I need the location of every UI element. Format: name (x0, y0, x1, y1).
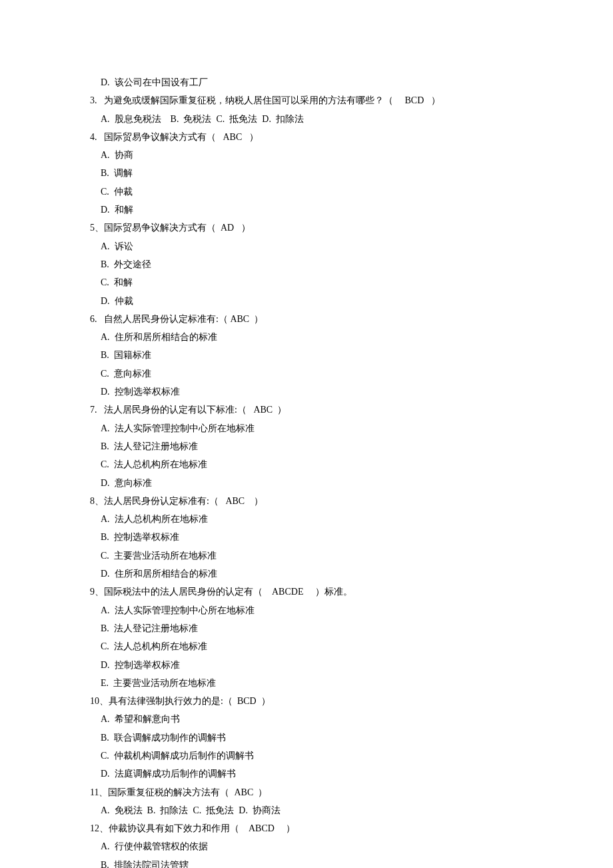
text-line: 12、仲裁协议具有如下效力和作用（ ABCD ） (90, 819, 526, 837)
text-line: A. 法人实际管理控制中心所在地标准 (90, 419, 526, 437)
text-line: C. 意向标准 (90, 365, 526, 383)
text-line: 9、国际税法中的法人居民身份的认定有（ ABCDE ）标准。 (90, 583, 526, 601)
text-line: B. 外交途径 (90, 255, 526, 273)
text-line: 10、具有法律强制执行效力的是:（ BCD ） (90, 692, 526, 710)
text-line: A. 行使仲裁管辖权的依据 (90, 837, 526, 855)
text-line: A. 股息免税法 B. 免税法 C. 抵免法 D. 扣除法 (90, 110, 526, 128)
text-line: B. 联合调解成功制作的调解书 (90, 729, 526, 747)
text-line: A. 协商 (90, 146, 526, 164)
text-line: A. 住所和居所相结合的标准 (90, 328, 526, 346)
text-line: 4. 国际贸易争议解决方式有（ ABC ） (90, 128, 526, 146)
text-line: B. 排除法院司法管辖 (90, 856, 526, 868)
text-line: A. 希望和解意向书 (90, 710, 526, 728)
text-line: B. 法人登记注册地标准 (90, 619, 526, 637)
text-line: D. 和解 (90, 201, 526, 219)
text-line: 5、国际贸易争议解决方式有（ AD ） (90, 219, 526, 237)
text-line: A. 免税法 B. 扣除法 C. 抵免法 D. 协商法 (90, 801, 526, 819)
text-line: B. 调解 (90, 164, 526, 182)
text-line: D. 仲裁 (90, 292, 526, 310)
text-line: 11、国际重复征税的解决方法有（ ABC ） (90, 783, 526, 801)
text-line: 7. 法人居民身份的认定有以下标准:（ ABC ） (90, 401, 526, 419)
text-line: B. 国籍标准 (90, 346, 526, 364)
text-line: B. 控制选举权标准 (90, 528, 526, 546)
text-line: B. 法人登记注册地标准 (90, 437, 526, 455)
text-line: C. 仲裁机构调解成功后制作的调解书 (90, 747, 526, 765)
text-line: D. 住所和居所相结合的标准 (90, 565, 526, 583)
text-line: 6. 自然人居民身份认定标准有:（ ABC ） (90, 310, 526, 328)
text-line: C. 和解 (90, 273, 526, 291)
text-line: D. 意向标准 (90, 474, 526, 492)
text-line: C. 法人总机构所在地标准 (90, 637, 526, 655)
text-line: D. 法庭调解成功后制作的调解书 (90, 765, 526, 783)
text-line: C. 主要营业活动所在地标准 (90, 547, 526, 565)
text-line: E. 主要营业活动所在地标准 (90, 674, 526, 692)
text-line: 8、法人居民身份认定标准有:（ ABC ） (90, 492, 526, 510)
text-line: C. 法人总机构所在地标准 (90, 455, 526, 473)
text-line: A. 诉讼 (90, 237, 526, 255)
text-line: D. 控制选举权标准 (90, 383, 526, 401)
text-line: D. 该公司在中国设有工厂 (90, 73, 526, 91)
text-line: 3. 为避免或缓解国际重复征税，纳税人居住国可以采用的方法有哪些？（ BCD ） (90, 91, 526, 109)
text-line: D. 控制选举权标准 (90, 656, 526, 674)
text-line: C. 仲裁 (90, 183, 526, 201)
document-body: D. 该公司在中国设有工厂3. 为避免或缓解国际重复征税，纳税人居住国可以采用的… (90, 73, 526, 868)
text-line: A. 法人实际管理控制中心所在地标准 (90, 601, 526, 619)
text-line: A. 法人总机构所在地标准 (90, 510, 526, 528)
